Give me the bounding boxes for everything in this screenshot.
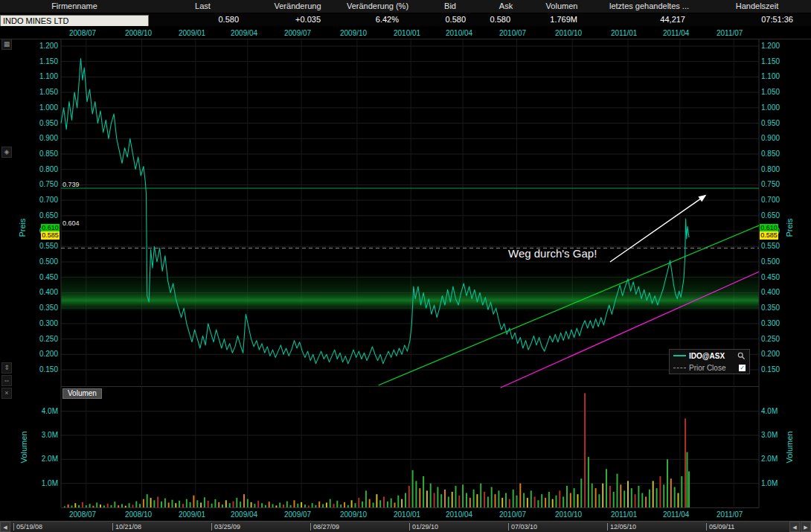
volume-bar [541,494,542,507]
volume-bar [330,499,331,507]
price-tag-585-right: 0.585 [760,231,778,240]
volume-bar [408,486,410,507]
volume-bar [620,484,621,507]
prior-close-checkbox[interactable]: ✓ [739,365,746,371]
volume-bar [64,506,65,507]
volume-bar [491,487,493,508]
volume-bar [225,500,227,507]
volume-bar [107,504,109,507]
volume-bar [627,481,629,507]
volume-bar [308,505,310,507]
marker-icon[interactable]: ◈ [1,147,12,158]
scrollbar-date-label: 03/25/09 [211,523,240,531]
price-tag-585-left: 0.585 [41,231,60,240]
volume-bar [606,469,607,507]
volume-bar [513,490,514,507]
volume-bar [452,492,453,507]
volume-bar [196,500,198,507]
volume-bar [373,503,374,508]
volume-bar [286,501,288,507]
volume-bar [157,497,158,508]
volume-bar [588,457,589,507]
volume-bar [143,499,144,507]
volume-bar [687,452,688,507]
legend-series-label: IDO@ASX [689,352,734,360]
chart-legend: IDO@ASX Prior Close ✓ [669,349,750,374]
volume-bar [240,501,241,507]
scrollbar-date-label: 07/03/10 [508,523,537,531]
volume-bar [635,494,636,507]
price-line [61,59,689,364]
volume-bar [448,497,449,508]
volume-bar [394,503,396,508]
volume-bar [218,502,219,507]
scroll-back-button[interactable]: ◀ [789,522,800,532]
scrollbar-track[interactable]: 05/19/0810/21/0803/25/0908/27/0901/29/10… [10,522,789,532]
layout-icon[interactable]: ▦ [1,39,12,50]
volume-bar [584,393,586,507]
volume-bar [351,500,353,507]
volume-bar [670,478,672,507]
chart-canvas[interactable] [0,0,811,532]
volume-bar [86,505,87,507]
volume-bar [437,487,438,508]
magnifier-icon[interactable] [737,352,746,360]
volume-bar [617,474,618,507]
volume-bar [656,488,658,507]
volume-bar [574,488,575,507]
volume-bar [257,501,259,507]
volume-bar [379,500,381,507]
volume-bar [365,490,367,507]
volume-bar [96,503,97,508]
volume-bar [168,503,170,508]
volume-bar [92,506,94,507]
gap-arrow [610,196,705,262]
volume-bar [509,499,510,507]
volume-bar [577,494,579,507]
volume-bar [172,500,173,507]
volume-bar [71,505,73,507]
volume-bar [200,503,202,508]
volume-bar [297,504,298,507]
volume-bar [466,493,467,507]
scrollbar-date-label: 05/19/08 [13,523,42,531]
volume-bar [186,499,187,507]
volume-bar [103,505,105,507]
close-panel-icon[interactable]: × [1,388,12,399]
volume-bar [412,470,414,507]
gap-annotation-text: Weg durch's Gap! [508,247,605,260]
series-line-sample [673,355,686,356]
volume-bar [333,504,335,507]
volume-bar [362,501,363,507]
volume-bar [236,498,237,507]
volume-bar [519,484,521,507]
volume-bar [193,496,194,507]
volume-bar [613,492,615,507]
scroll-left-button[interactable]: ◀ [0,522,10,532]
scrollbar-date-label: 08/27/09 [310,523,339,531]
volume-bar [318,501,320,507]
support-band [61,273,759,312]
time-scrollbar[interactable]: ◀ 05/19/0810/21/0803/25/0908/27/0901/29/… [0,521,811,532]
volume-bar [147,494,148,507]
legend-row-prior-close: Prior Close ✓ [670,362,749,374]
volume-bar [294,500,295,507]
volume-bar [476,494,478,507]
volume-bar [135,501,137,507]
volume-bar [440,494,442,507]
volume-bar [387,501,388,507]
volume-bar [118,505,119,507]
pan-horizontal-icon[interactable]: ⇔ [1,375,12,386]
pan-vertical-icon[interactable]: ⇕ [1,362,12,374]
volume-bar [269,501,270,507]
volume-bar [681,476,682,507]
volume-bar [111,505,112,507]
scroll-right-button[interactable]: ▶ [801,522,811,532]
volume-bar [301,502,302,507]
volume-bar [537,500,539,507]
volume-bar [430,484,432,507]
volume-bar [182,504,184,507]
volume-bar [458,496,460,507]
volume-bar [233,501,234,507]
volume-bar [275,505,277,507]
